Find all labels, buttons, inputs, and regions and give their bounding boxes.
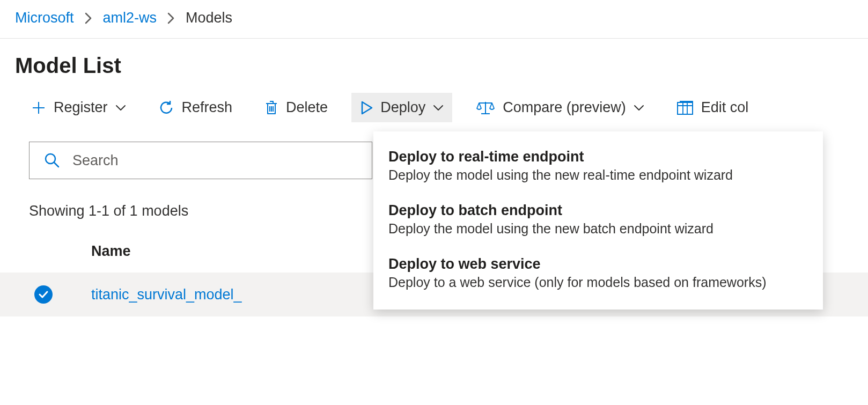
deploy-batch-item[interactable]: Deploy to batch endpoint Deploy the mode…	[373, 194, 823, 247]
chevron-right-icon	[167, 12, 175, 24]
chevron-down-icon	[433, 105, 444, 111]
refresh-button[interactable]: Refresh	[150, 93, 241, 122]
dropdown-item-desc: Deploy to a web service (only for models…	[388, 275, 808, 290]
dropdown-item-title: Deploy to real-time endpoint	[388, 149, 808, 165]
check-icon	[38, 290, 49, 299]
model-name-link[interactable]: titanic_survival_model_	[91, 286, 242, 303]
deploy-realtime-item[interactable]: Deploy to real-time endpoint Deploy the …	[373, 140, 823, 194]
refresh-icon	[158, 100, 174, 116]
deploy-button[interactable]: Deploy	[351, 93, 452, 122]
dropdown-item-title: Deploy to web service	[388, 256, 808, 273]
delete-button[interactable]: Delete	[256, 93, 336, 122]
edit-columns-label: Edit col	[701, 99, 749, 116]
delete-label: Delete	[286, 99, 328, 116]
play-icon	[360, 100, 373, 115]
deploy-dropdown: Deploy to real-time endpoint Deploy the …	[373, 131, 823, 310]
edit-columns-button[interactable]: Edit col	[668, 93, 757, 122]
search-input[interactable]	[29, 142, 372, 179]
deploy-label: Deploy	[380, 99, 425, 116]
svg-rect-0	[678, 102, 693, 114]
deploy-webservice-item[interactable]: Deploy to web service Deploy to a web se…	[373, 247, 823, 301]
compare-button[interactable]: Compare (preview)	[467, 93, 653, 122]
chevron-down-icon	[115, 105, 126, 111]
breadcrumb: Microsoft aml2-ws Models	[0, 0, 868, 39]
row-checkbox[interactable]	[34, 285, 53, 304]
compare-label: Compare (preview)	[503, 99, 626, 116]
chevron-down-icon	[634, 105, 644, 111]
toolbar: Register Refresh Delete Deploy	[0, 78, 868, 122]
scale-icon	[476, 100, 495, 116]
dropdown-item-desc: Deploy the model using the new batch end…	[388, 221, 808, 237]
register-button[interactable]: Register	[23, 93, 135, 122]
dropdown-item-desc: Deploy the model using the new real-time…	[388, 167, 808, 183]
breadcrumb-link-workspace[interactable]: aml2-ws	[103, 10, 157, 26]
search-icon	[44, 152, 60, 168]
plus-icon	[31, 100, 46, 115]
breadcrumb-link-microsoft[interactable]: Microsoft	[15, 10, 74, 26]
register-label: Register	[54, 99, 108, 116]
trash-icon	[264, 100, 278, 116]
columns-icon	[676, 100, 694, 115]
refresh-label: Refresh	[182, 99, 233, 116]
chevron-right-icon	[85, 12, 92, 24]
breadcrumb-current: Models	[186, 10, 232, 26]
dropdown-item-title: Deploy to batch endpoint	[388, 202, 808, 219]
page-title: Model List	[0, 39, 868, 78]
